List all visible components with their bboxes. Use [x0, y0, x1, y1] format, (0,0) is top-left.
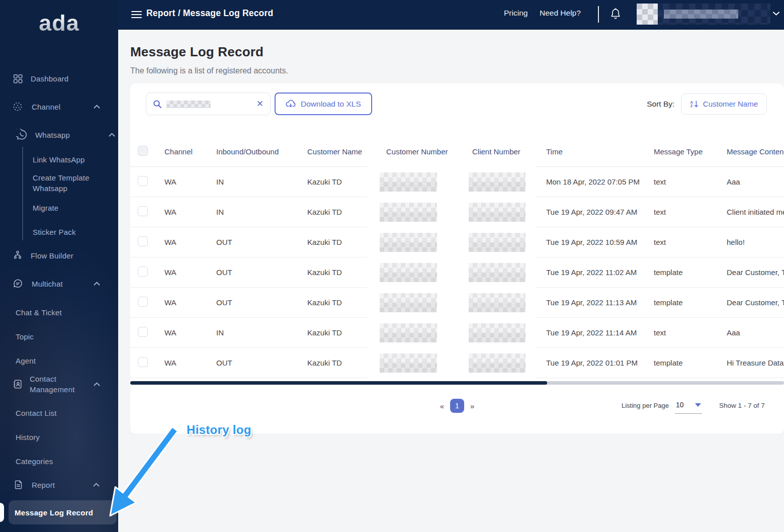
row-checkbox[interactable]	[138, 327, 148, 337]
cell-direction: IN	[216, 208, 307, 216]
sidebar-item-label: Contact List	[16, 408, 57, 418]
chevron-up-icon[interactable]	[93, 483, 100, 487]
listing-per-page-label: Listing per Page	[622, 401, 669, 409]
sidebar-item-channel[interactable]: Channel	[0, 99, 118, 114]
sidebar-item-label: Sticker Pack	[33, 227, 76, 237]
column-header-inbound-outbound: Inbound/Outbound	[216, 147, 307, 156]
row-checkbox[interactable]	[138, 357, 148, 367]
message-log-card: ✕ Download to XLS Sort By: AZ C	[130, 83, 784, 434]
page-subtitle: The following is a list of registered ac…	[130, 66, 784, 75]
table-row: WA OUT Kazuki TD Tue 19 Apr, 2022 11:13 …	[130, 288, 784, 318]
cell-direction: OUT	[216, 298, 307, 307]
redacted-region	[367, 227, 536, 258]
listing-per-page-select[interactable]: 10	[675, 401, 702, 414]
topbar-divider	[598, 6, 599, 23]
download-xls-button[interactable]: Download to XLS	[275, 93, 372, 115]
cell-channel: WA	[164, 298, 216, 307]
cell-channel: WA	[164, 178, 216, 186]
redacted-search-query	[166, 101, 211, 108]
cell-time: Tue 19 Apr, 2022 11:02 AM	[546, 268, 654, 277]
row-checkbox[interactable]	[138, 206, 148, 216]
table-row: WA OUT Kazuki TD Tue 19 Apr, 2022 01:01 …	[130, 348, 784, 378]
column-header-client-number: Client Number	[472, 147, 546, 156]
cell-channel: WA	[164, 328, 216, 337]
bell-icon[interactable]	[609, 7, 622, 21]
sidebar-item-label: Channel	[32, 102, 60, 112]
redacted-customer-number	[380, 233, 437, 252]
redacted-client-number	[469, 233, 526, 252]
pagination-bar: « 1 » Listing per Page 10 Show 1 - 7 of …	[130, 385, 784, 429]
sidebar-item-link-whatsapp[interactable]: Link WhatsApp	[0, 152, 118, 167]
cell-message-type: template	[654, 359, 727, 367]
sidebar-item-sticker-pack[interactable]: Sticker Pack	[0, 224, 118, 239]
sidebar-item-label: Report	[32, 480, 55, 490]
caret-down-icon	[695, 403, 701, 407]
column-header-customer-name: Customer Name	[307, 147, 386, 156]
row-checkbox[interactable]	[138, 297, 148, 307]
sidebar-item-contact-management[interactable]: Contact Management	[0, 372, 118, 396]
pricing-link[interactable]: Pricing	[504, 9, 528, 18]
chevron-up-icon[interactable]	[94, 282, 100, 286]
chevron-down-icon[interactable]	[772, 11, 780, 16]
cell-message-content: hello!	[727, 238, 784, 246]
prev-page-button[interactable]: «	[440, 402, 444, 410]
redacted-region	[367, 257, 536, 289]
scrollbar-thumb[interactable]	[130, 381, 547, 385]
search-input[interactable]: ✕	[146, 93, 271, 115]
channel-icon	[12, 101, 23, 112]
redacted-region	[367, 197, 536, 228]
account-menu[interactable]	[637, 4, 770, 25]
cell-message-type: text	[654, 238, 727, 246]
row-checkbox[interactable]	[138, 176, 148, 186]
redacted-client-number	[469, 263, 526, 282]
sort-az-icon: AZ	[690, 101, 698, 108]
sidebar-item-history[interactable]: History	[0, 429, 118, 445]
sidebar-item-agent[interactable]: Agent	[0, 353, 118, 368]
chevron-up-icon[interactable]	[109, 133, 115, 137]
row-checkbox[interactable]	[138, 236, 148, 246]
row-checkbox[interactable]	[138, 267, 148, 277]
sidebar-item-report[interactable]: Report	[0, 477, 118, 492]
contact-management-icon	[12, 379, 23, 390]
sidebar-item-label: Link WhatsApp	[33, 154, 84, 165]
sidebar-item-contact-list[interactable]: Contact List	[0, 405, 118, 420]
select-all-checkbox[interactable]	[138, 146, 148, 156]
sidebar-item-label: Contact Management	[30, 374, 95, 395]
page-title: Message Log Record	[130, 44, 784, 60]
results-range: Show 1 - 7 of 7	[719, 402, 765, 409]
sidebar-item-flow-builder[interactable]: Flow Builder	[0, 248, 118, 263]
sidebar-item-multichat[interactable]: Multichat	[0, 276, 118, 291]
need-help-link[interactable]: Need Help?	[540, 9, 581, 18]
clear-search-icon[interactable]: ✕	[256, 99, 264, 109]
horizontal-scrollbar	[130, 381, 784, 385]
sidebar-item-dashboard[interactable]: Dashboard	[0, 71, 118, 86]
sidebar-item-categories[interactable]: Categories	[0, 454, 118, 469]
sidebar-item-label: Whatsapp	[35, 130, 70, 140]
cell-message-content: Client initiated me	[727, 208, 784, 216]
menu-icon[interactable]	[131, 9, 142, 20]
sidebar-item-label: Create Template Whatsapp	[33, 172, 113, 194]
cell-message-type: template	[654, 268, 727, 277]
chevron-up-icon[interactable]	[94, 105, 100, 109]
sidebar-item-label: Message Log Record	[15, 508, 93, 517]
sidebar-item-topic[interactable]: Topic	[0, 329, 118, 344]
sidebar-item-create-template-whatsapp[interactable]: Create Template Whatsapp	[0, 171, 118, 195]
sidebar-item-whatsapp[interactable]: Whatsapp	[0, 127, 118, 142]
sidebar-item-label: Multichat	[32, 279, 63, 289]
sidebar-item-message-log-record[interactable]: Message Log Record	[9, 500, 117, 524]
sidebar-item-label: Categories	[16, 456, 53, 467]
sort-button[interactable]: AZ Customer Name	[681, 94, 767, 115]
cell-time: Mon 18 Apr, 2022 07:05 PM	[546, 178, 654, 186]
sort-by-label: Sort By:	[647, 100, 674, 109]
sidebar-item-migrate[interactable]: Migrate	[0, 200, 118, 215]
sidebar-item-chat-and-ticket[interactable]: Chat & Ticket	[0, 305, 118, 320]
flow-builder-icon	[12, 250, 23, 261]
cell-message-content: Dear Customer, T	[727, 268, 784, 277]
cell-message-content: Hi Treasure Data T	[727, 359, 784, 367]
chevron-up-icon[interactable]	[94, 382, 100, 387]
cell-direction: OUT	[216, 268, 307, 277]
cell-message-content: Dear Customer, T	[727, 298, 784, 307]
next-page-button[interactable]: »	[470, 402, 474, 410]
page-number-button[interactable]: 1	[450, 399, 464, 413]
cell-message-type: text	[654, 178, 727, 186]
